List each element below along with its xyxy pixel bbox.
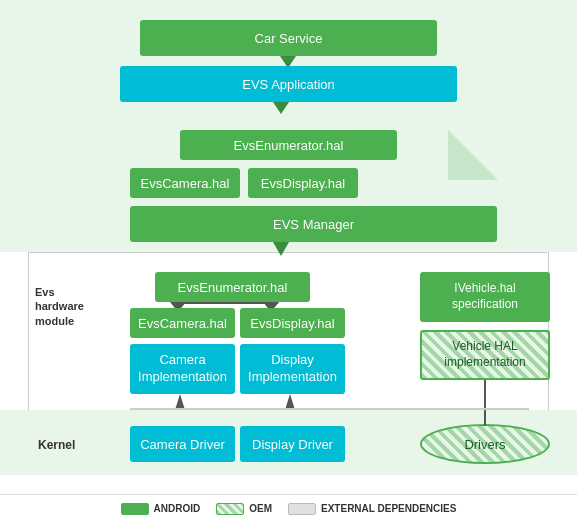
svg-marker-2	[273, 242, 289, 256]
right-connector	[350, 408, 529, 410]
evs-application-block: EVS Application	[120, 66, 457, 102]
evs-camera-top-block: EvsCamera.hal	[130, 168, 240, 198]
evs-enumerator-inner-label: EvsEnumerator.hal	[178, 280, 288, 295]
legend-oem: OEM	[216, 503, 272, 515]
diagram-container: Car Service EVS Application EvsEnumerato…	[0, 0, 577, 522]
drivers-label: Drivers	[464, 437, 505, 452]
evs-hardware-label: Evs hardware module	[35, 285, 105, 328]
kernel-label: Kernel	[38, 438, 75, 452]
ivehicle-connector-v	[484, 380, 486, 426]
evs-display-top-block: EvsDisplay.hal	[248, 168, 358, 198]
evs-manager-block: EVS Manager	[130, 206, 497, 242]
evs-camera-inner-label: EvsCamera.hal	[138, 316, 227, 331]
kernel-text: Kernel	[38, 438, 75, 452]
evs-manager-label: EVS Manager	[273, 217, 354, 232]
arrow-manager-down	[273, 242, 289, 256]
external-legend-label: EXTERNAL DEPENDENCIES	[321, 503, 456, 514]
arrow-evs-to-hals	[273, 102, 289, 114]
evs-hardware-module-text: Evs hardware module	[35, 286, 84, 327]
camera-impl-block: Camera Implementation	[130, 344, 235, 394]
evs-camera-inner-block: EvsCamera.hal	[130, 308, 235, 338]
evs-display-top-label: EvsDisplay.hal	[261, 176, 345, 191]
oem-legend-label: OEM	[249, 503, 272, 514]
enum-branch-line	[178, 302, 278, 304]
evs-display-inner-block: EvsDisplay.hal	[240, 308, 345, 338]
svg-marker-1	[273, 102, 289, 114]
external-swatch	[288, 503, 316, 515]
display-impl-block: Display Implementation	[240, 344, 345, 394]
camera-driver-label: Camera Driver	[140, 437, 225, 452]
legend-external: EXTERNAL DEPENDENCIES	[288, 503, 456, 515]
display-impl-label: Display Implementation	[240, 352, 345, 386]
evs-enumerator-inner-block: EvsEnumerator.hal	[155, 272, 310, 302]
camera-impl-label: Camera Implementation	[130, 352, 235, 386]
android-swatch	[121, 503, 149, 515]
legend: ANDROID OEM EXTERNAL DEPENDENCIES	[0, 494, 577, 522]
vehicle-hal-label: Vehicle HAL implementation	[422, 339, 548, 370]
evs-display-inner-label: EvsDisplay.hal	[250, 316, 334, 331]
display-driver-block: Display Driver	[240, 426, 345, 462]
android-legend-label: ANDROID	[154, 503, 201, 514]
ivehicle-label: IVehicle.hal specification	[420, 281, 550, 312]
car-service-label: Car Service	[255, 31, 323, 46]
camera-driver-block: Camera Driver	[130, 426, 235, 462]
evs-enumerator-top-block: EvsEnumerator.hal	[180, 130, 397, 160]
evs-application-label: EVS Application	[242, 77, 335, 92]
drivers-block: Drivers	[420, 424, 550, 464]
legend-android: ANDROID	[121, 503, 201, 515]
oem-swatch	[216, 503, 244, 515]
evs-camera-top-label: EvsCamera.hal	[141, 176, 230, 191]
display-driver-label: Display Driver	[252, 437, 333, 452]
car-service-block: Car Service	[140, 20, 437, 56]
ivehicle-block: IVehicle.hal specification	[420, 272, 550, 322]
vehicle-hal-block: Vehicle HAL implementation	[420, 330, 550, 380]
evs-enumerator-top-label: EvsEnumerator.hal	[234, 138, 344, 153]
